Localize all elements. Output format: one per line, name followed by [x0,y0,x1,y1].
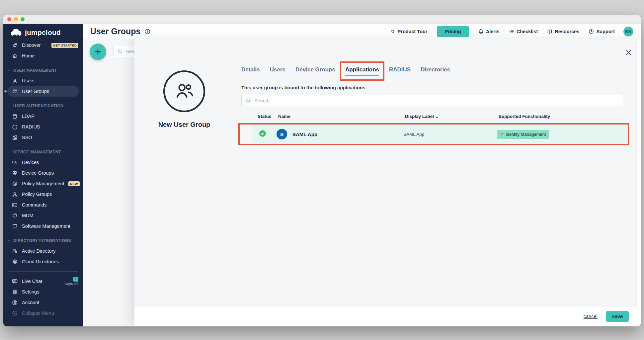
gear-icon [12,289,18,295]
chevron-down-icon [7,68,11,72]
applications-search-input[interactable] [254,98,619,103]
page-header: User Groups Product TourPricingAlertsChe… [83,24,641,39]
status-active-icon [259,130,266,137]
saml-app-icon: S [277,129,287,139]
page-title: User Groups [90,27,140,36]
chevron-down-icon [7,104,11,108]
devices-icon [12,160,18,165]
tab-directories[interactable]: Directories [421,66,450,73]
grid-icon [12,135,18,140]
save-button[interactable]: save [606,311,629,322]
sidebar-divider [9,271,78,272]
days-left-count: 1 [73,277,78,282]
sort-ascending-icon: ▲ [436,115,439,119]
header-actions: Product TourPricingAlertsChecklistResour… [390,26,615,37]
user-group-avatar [163,70,205,112]
sidebar-item-mdm[interactable]: MDM [3,210,83,221]
home-icon [12,53,18,59]
window-titlebar [3,15,641,24]
active-indicator-dot [4,90,7,93]
sidebar-item-devices[interactable]: Devices [3,157,83,168]
question-icon [589,29,594,34]
sidebar-item-commands[interactable]: Commands [3,200,83,210]
check-icon: ✓ [500,132,504,136]
drawer-scrollbar-track[interactable] [636,39,641,306]
sidebar-item-radius[interactable]: RADIUS [3,122,83,132]
tab-details[interactable]: Details [241,66,260,73]
account-icon [12,300,18,305]
app-display-label: SAML App [403,132,497,137]
add-user-group-button[interactable] [90,43,106,60]
rocket-icon [12,42,18,48]
user-group-drawer: New User Group DetailsUsersDevice Groups… [134,39,641,326]
maximize-window-button[interactable] [21,17,25,21]
book-icon [547,29,552,34]
sidebar: jumpcloud DiscoverGET STARTEDHomeUSER MA… [3,24,83,326]
sidebar-item-live-chat[interactable]: Live Chat1days left [3,276,83,287]
pricing-button[interactable]: Pricing [437,26,469,37]
terminal-icon [12,202,18,208]
horn-icon [390,29,395,34]
get-started-badge: GET STARTED [51,43,78,48]
tab-radius[interactable]: RADIUS [389,66,411,73]
action-checklist[interactable]: Checklist [509,29,538,34]
column-name[interactable]: Name [276,114,405,119]
tab-users[interactable]: Users [270,66,285,73]
search-icon [118,49,123,54]
sidebar-item-ldap[interactable]: LDAP [3,111,83,122]
column-supported-functionality[interactable]: Supported Functionality [499,114,623,119]
table-row[interactable]: S SAML App SAML App ✓ Identity Managemen… [240,125,628,144]
user-groups-icon [174,81,194,101]
sidebar-item-policy-groups[interactable]: Policy Groups [3,189,83,200]
avatar[interactable]: KK [623,27,633,37]
user-icon [12,78,18,84]
sidebar-item-policy-management[interactable]: Policy ManagementNEW [3,178,83,189]
drawer-footer: cancel save [134,306,641,326]
sidebar-item-cloud-directories[interactable]: Cloud Directories [3,256,83,267]
database-icon [12,114,18,119]
cancel-button[interactable]: cancel [584,314,598,319]
close-icon[interactable] [625,49,632,56]
bell-icon [478,29,484,34]
sidebar-item-device-groups[interactable]: Device Groups [3,168,83,178]
tab-device-groups[interactable]: Device Groups [295,66,335,73]
plus-icon [94,48,102,56]
close-window-button[interactable] [7,17,11,21]
sidebar-item-collapse-menu[interactable]: Collapse Menu [3,308,83,318]
sidebar-item-discover[interactable]: DiscoverGET STARTED [3,40,83,50]
radius-icon [12,124,18,130]
device-groups-icon [12,170,18,176]
sidebar-section-directory-integrations[interactable]: DIRECTORY INTEGRATIONS [3,236,83,246]
app-window: jumpcloud DiscoverGET STARTEDHomeUSER MA… [3,15,641,326]
trial-countdown: 1days left [65,277,78,286]
sidebar-item-user-groups[interactable]: User Groups [7,86,79,97]
sidebar-section-device-management[interactable]: DEVICE MANAGEMENT [3,147,83,157]
sidebar-item-home[interactable]: Home [3,50,83,61]
sidebar-item-sso[interactable]: SSO [3,132,83,143]
info-icon[interactable] [144,29,150,35]
sidebar-section-user-authentication[interactable]: USER AUTHENTICATION [3,101,83,111]
checklist-icon [509,29,514,34]
column-status[interactable]: Status [258,114,276,119]
drawer-tabs: DetailsUsersDevice GroupsApplicationsRAD… [241,65,623,75]
action-resources[interactable]: Resources [547,29,579,34]
apple-icon [12,213,18,218]
sidebar-item-active-directory[interactable]: Active Directory [3,246,83,256]
column-display-label[interactable]: Display Label▲ [405,114,499,119]
action-support[interactable]: Support [589,29,615,34]
app-name: SAML App [292,131,317,137]
logo-text: jumpcloud [25,29,61,37]
sidebar-item-users[interactable]: Users [3,75,83,86]
chat-icon [12,279,18,284]
days-left-label: days left [65,282,78,286]
tab-applications[interactable]: Applications [345,66,379,73]
table-header: Status Name Display Label▲ Supported Fun… [241,112,623,121]
sidebar-item-account[interactable]: Account [3,297,83,308]
collapse-icon [12,310,18,316]
sidebar-item-software-management[interactable]: Software Management [3,221,83,231]
sidebar-item-settings[interactable]: Settings [3,287,83,297]
action-product-tour[interactable]: Product Tour [390,29,428,34]
minimize-window-button[interactable] [14,17,18,21]
sidebar-section-user-management[interactable]: USER MANAGEMENT [3,65,83,75]
action-alerts[interactable]: Alerts [478,29,500,34]
